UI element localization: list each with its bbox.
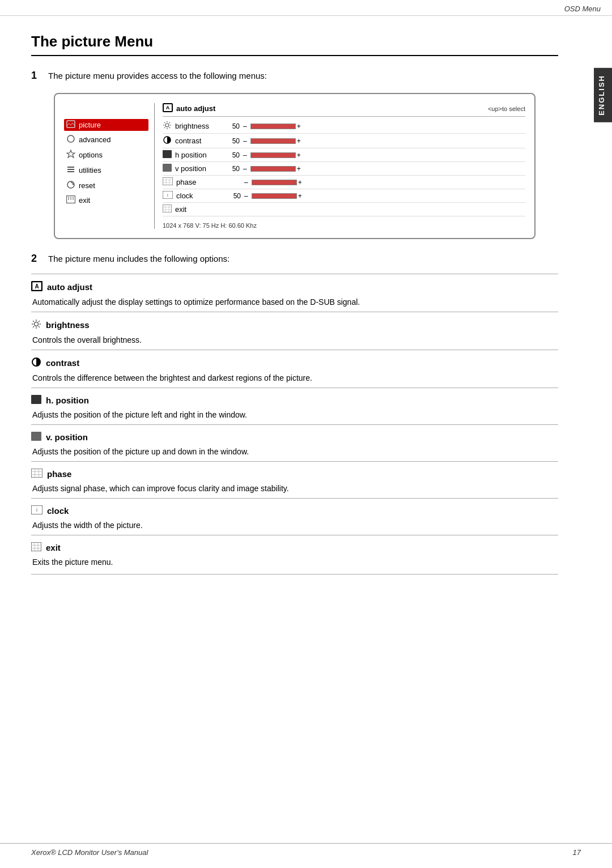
footer-right: 17 [573, 848, 581, 857]
section2-intro: 2 The picture menu includes the followin… [31, 253, 558, 265]
svg-line-26 [169, 127, 170, 128]
contrast-bar [250, 138, 296, 144]
svg-line-52 [39, 326, 40, 327]
brightness-feature-icon [31, 319, 41, 331]
phase-icon [163, 177, 173, 187]
svg-point-20 [165, 124, 169, 127]
feature-phase-header: phase [31, 469, 558, 479]
feature-hposition-header: h. position [31, 395, 558, 406]
page-title: The picture Menu [31, 33, 558, 50]
clock-bar [252, 193, 297, 199]
osd-menu-picture[interactable]: picture [64, 119, 148, 131]
main-content: The picture Menu 1 The picture menu prov… [0, 16, 589, 595]
svg-rect-56 [31, 395, 41, 404]
osd-row-exit: exit [163, 203, 525, 216]
exit2-icon [163, 205, 172, 214]
exit-label-right: exit [175, 205, 220, 214]
hpos-feature-icon [31, 395, 41, 406]
phase-feature-icon [31, 469, 42, 479]
auto-adjust-feature-icon: A [31, 281, 42, 293]
feature-auto-adjust-title: auto adjust [47, 282, 92, 292]
contrast-icon [163, 135, 172, 146]
feature-exit-header: exit [31, 542, 558, 553]
feature-exit-desc: Exits the picture menu. [31, 556, 558, 568]
options-icon [66, 150, 75, 160]
feature-auto-adjust-header: A auto adjust [31, 281, 558, 293]
feature-clock-title: clock [47, 506, 69, 516]
brightness-bar-container: + [250, 122, 301, 130]
feature-brightness-header: brightness [31, 319, 558, 331]
osd-top-row: A auto adjust <up>to select [163, 103, 525, 117]
vposition-bar [250, 166, 296, 172]
osd-auto-adjust: A auto adjust [163, 103, 215, 114]
vposition-bar-container: + [250, 165, 301, 173]
section2-number: 2 [31, 253, 42, 265]
title-divider [31, 55, 558, 56]
svg-point-46 [35, 322, 39, 326]
picture-icon [66, 120, 75, 130]
feature-auto-adjust: A auto adjust Automatically adjust the d… [31, 274, 558, 312]
feature-phase-title: phase [47, 469, 71, 479]
phase-bar-container: + [252, 178, 302, 186]
header-title: OSD Menu [564, 5, 601, 13]
svg-line-53 [39, 321, 40, 322]
feature-contrast-desc: Controls the difference between the brig… [31, 372, 558, 384]
exit-icon [66, 195, 75, 205]
section1-text: The picture menu provides access to the … [48, 70, 267, 82]
brightness-icon [163, 121, 172, 131]
svg-text:A: A [166, 105, 170, 110]
svg-marker-2 [67, 150, 75, 158]
osd-inner: picture advanced options [64, 103, 525, 229]
hposition-bar [250, 152, 296, 158]
vpos-icon [163, 164, 172, 173]
osd-menu-exit[interactable]: exit [64, 194, 148, 206]
utilities-icon [66, 165, 75, 176]
svg-text:i: i [36, 507, 37, 513]
reset-icon [66, 180, 75, 191]
osd-menu-options[interactable]: options [64, 148, 148, 161]
auto-adjust-icon: A [163, 103, 173, 114]
exit-feature-icon [31, 542, 41, 553]
contrast-bar-container: + [250, 137, 301, 145]
osd-row-clock: i clock 50 – + [163, 189, 525, 203]
footer-left: Xerox® LCD Monitor User's Manual [31, 848, 148, 857]
feature-brightness: brightness Controls the overall brightne… [31, 312, 558, 350]
osd-menu-picture-label: picture [79, 121, 101, 129]
svg-rect-31 [163, 164, 172, 172]
svg-rect-65 [31, 542, 41, 551]
feature-phase: phase Adjusts signal phase, which can im… [31, 461, 558, 498]
osd-row-vposition: v position 50 – + [163, 162, 525, 176]
hpos-icon [163, 150, 172, 160]
hposition-bar-container: + [250, 151, 301, 159]
osd-row-contrast: contrast 50 – + [163, 134, 525, 148]
vposition-label: v position [175, 164, 220, 173]
osd-row-hposition: h position 50 – + [163, 148, 525, 162]
clock-value: 50 [225, 192, 241, 200]
osd-footer: 1024 x 768 V: 75 Hz H: 60.60 Khz [163, 222, 525, 229]
phase-label: phase [176, 178, 222, 186]
svg-text:i: i [167, 193, 168, 198]
page-footer: Xerox® LCD Monitor User's Manual 17 [0, 843, 612, 857]
osd-menu-exit-label: exit [79, 196, 90, 205]
svg-rect-39 [163, 205, 172, 212]
side-tab: ENGLISH [594, 68, 612, 122]
feature-vposition: v. position Adjusts the position of the … [31, 424, 558, 461]
osd-menu-utilities[interactable]: utilities [64, 164, 148, 177]
svg-line-27 [169, 122, 170, 123]
hposition-value: 50 [224, 151, 240, 159]
feature-brightness-title: brightness [46, 320, 90, 330]
section2-text: The picture menu includes the following … [48, 253, 230, 265]
osd-row-phase: phase – + [163, 176, 525, 189]
osd-menu-options-label: options [79, 151, 103, 159]
top-bar: OSD Menu [0, 0, 612, 16]
osd-menu-reset[interactable]: reset [64, 179, 148, 192]
feature-contrast: contrast Controls the difference between… [31, 350, 558, 388]
auto-adjust-label: auto adjust [176, 104, 215, 113]
clock-bar-container: + [252, 192, 302, 200]
feature-exit-title: exit [46, 543, 61, 552]
osd-menu-advanced[interactable]: advanced [64, 133, 148, 146]
clock-feature-icon: i [31, 505, 42, 516]
osd-row-brightness: brightness 50 – + [163, 119, 525, 134]
brightness-label: brightness [175, 122, 220, 130]
vpos-feature-icon [31, 432, 41, 442]
